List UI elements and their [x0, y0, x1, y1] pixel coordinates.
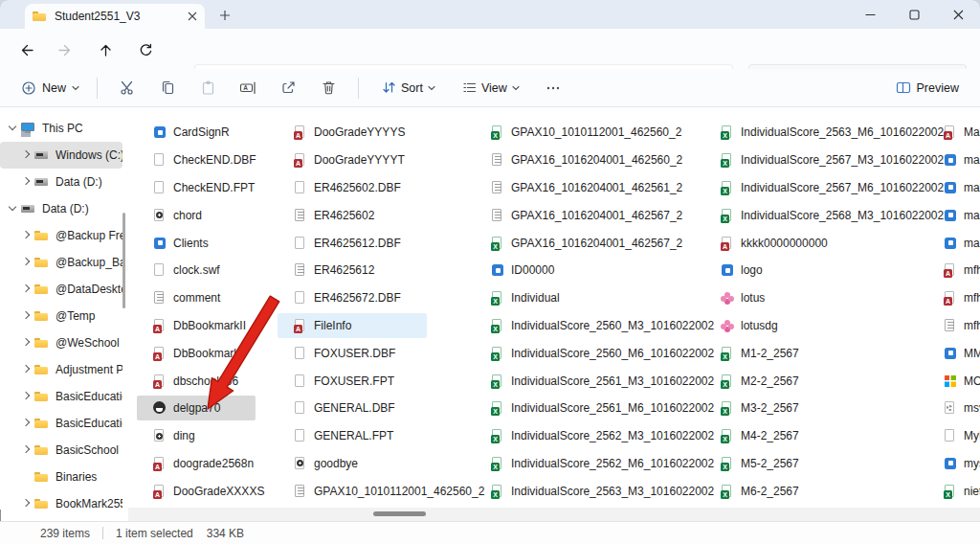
file-item[interactable]: FOXUSER.DBF — [278, 339, 407, 367]
delete-button[interactable] — [312, 73, 345, 103]
maximize-button[interactable] — [892, 0, 936, 29]
file-item[interactable]: DbBookmarkll — [137, 339, 256, 367]
file-item[interactable]: map00 — [927, 174, 980, 202]
file-item[interactable]: CheckEND.FPT — [137, 174, 266, 202]
file-item[interactable]: IndividualScore_2562_M3_1016022002 — [475, 422, 725, 450]
file-item[interactable]: mfhXX — [927, 312, 980, 340]
file-item[interactable]: IndividualScore_2563_M6_1016022002 — [704, 119, 955, 147]
sidebar-item[interactable]: Adjustment Pro — [0, 356, 122, 383]
file-item[interactable]: M3-2_2567 — [704, 395, 811, 422]
file-item[interactable]: lotusdg — [704, 312, 790, 340]
file-item[interactable]: M2-2_2567 — [704, 367, 811, 395]
forward-button[interactable] — [53, 37, 78, 62]
sidebar-item[interactable]: Data (D:) — [0, 169, 122, 195]
file-item[interactable]: M4-2_2567 — [704, 422, 811, 450]
file-item[interactable]: ER4625602.DBF — [278, 174, 412, 202]
view-button[interactable]: View — [455, 75, 527, 101]
file-item[interactable]: IndividualScore_2561_M3_1016022002 — [475, 367, 725, 395]
file-item[interactable]: IndividualScore_2561_M6_1016022002 — [475, 395, 725, 422]
sidebar-item[interactable]: Windows (C:) — [0, 142, 122, 169]
file-item[interactable]: MyRes — [927, 422, 980, 450]
new-button[interactable]: New — [13, 75, 87, 102]
file-item[interactable]: GPAX16_1016204001_462561_2 — [475, 174, 694, 202]
copy-button[interactable] — [151, 73, 184, 103]
sidebar-item[interactable]: @WeSchool — [0, 329, 122, 356]
tab-close-icon[interactable] — [188, 11, 197, 21]
file-item[interactable]: logo — [704, 257, 774, 284]
sidebar-item[interactable]: @Backup Fresh — [0, 222, 122, 249]
sidebar-item[interactable]: BookMark2551 — [0, 490, 122, 510]
up-button[interactable] — [93, 37, 118, 62]
file-item[interactable]: dbschool266 — [137, 367, 250, 395]
sidebar-item[interactable]: BasicEducation — [0, 383, 122, 410]
file-item[interactable]: MOVE — [927, 367, 980, 395]
file-item[interactable]: mfhXX — [927, 284, 980, 312]
file-item[interactable]: M5-2_2567 — [704, 450, 811, 478]
file-item[interactable]: chord — [137, 201, 213, 229]
file-item[interactable]: FOXUSER.FPT — [278, 367, 406, 395]
file-item[interactable]: map00 — [927, 147, 980, 174]
share-button[interactable] — [272, 73, 304, 103]
sidebar-item[interactable]: BasicSchool — [0, 437, 122, 464]
refresh-button[interactable] — [133, 37, 158, 62]
chevron-right-icon[interactable] — [22, 177, 30, 185]
file-item[interactable]: GPAX16_1016204001_462567_2 — [475, 201, 694, 229]
file-item[interactable]: M6-2_2567 — [704, 477, 811, 505]
file-item[interactable]: IndividualScore_2563_M3_1016022002 — [475, 477, 725, 505]
file-item[interactable]: GPAX16_1016204001_462567_2 — [475, 229, 694, 257]
file-item[interactable]: GENERAL.DBF — [278, 395, 407, 422]
chevron-right-icon[interactable] — [22, 365, 30, 373]
chevron-right-icon[interactable] — [22, 231, 30, 238]
sidebar-item[interactable]: @DataDesktop — [0, 276, 122, 303]
sidebar-item[interactable]: Data (D:) — [0, 195, 122, 222]
file-item[interactable]: delgpa70 — [137, 396, 256, 420]
new-tab-button[interactable] — [216, 7, 234, 24]
file-item[interactable]: nietst — [927, 477, 980, 505]
sidebar-item[interactable]: @Temp — [0, 303, 122, 329]
file-item[interactable]: IndividualScore_2560_M6_1016022002 — [475, 339, 725, 367]
file-item[interactable]: IndividualScore_2560_M3_1016022002 — [475, 312, 725, 340]
more-options-button[interactable] — [537, 73, 569, 103]
chevron-right-icon[interactable] — [22, 284, 30, 292]
chevron-down-icon[interactable] — [9, 123, 16, 130]
file-item[interactable]: mysch — [927, 450, 980, 478]
file-item[interactable]: MM00 — [927, 339, 980, 367]
chevron-right-icon[interactable] — [22, 258, 30, 265]
sidebar-item[interactable]: Binaries — [0, 464, 122, 490]
horizontal-scrollbar[interactable] — [128, 508, 980, 521]
file-item[interactable]: clock.swf — [137, 257, 232, 284]
file-item[interactable]: GENERAL.FPT — [278, 422, 405, 450]
chevron-right-icon[interactable] — [22, 445, 30, 453]
file-item[interactable]: msvcr — [927, 395, 980, 422]
file-item[interactable]: CardSignR — [137, 119, 241, 147]
chevron-right-icon[interactable] — [22, 419, 30, 426]
file-item[interactable]: map00 — [927, 229, 980, 257]
file-item[interactable]: DbBookmarkII — [137, 312, 257, 340]
file-item[interactable]: Macke — [927, 119, 980, 147]
file-item[interactable]: goodbye — [278, 450, 369, 478]
file-item[interactable]: CheckEND.DBF — [137, 147, 268, 174]
file-item[interactable]: Clients — [137, 229, 220, 257]
file-item[interactable]: FileInfo — [278, 313, 427, 338]
chevron-right-icon[interactable] — [22, 499, 30, 507]
file-item[interactable]: DooGradeYYYYS — [278, 119, 416, 147]
file-item[interactable]: ER4625612 — [278, 257, 386, 284]
file-item[interactable]: Individual — [475, 284, 571, 312]
back-button[interactable] — [13, 37, 38, 62]
chevron-right-icon[interactable] — [22, 150, 30, 158]
sidebar-scrollbar[interactable] — [122, 213, 125, 308]
preview-toggle[interactable]: Preview — [888, 75, 967, 101]
close-button[interactable] — [936, 0, 980, 29]
file-item[interactable]: M1-2_2567 — [704, 339, 811, 367]
file-item[interactable]: lotus — [704, 284, 776, 312]
file-item[interactable]: GPAX10_1010112001_462560_2 — [278, 477, 496, 505]
file-item[interactable]: IndividualScore_2567_M6_1016022002 — [704, 174, 955, 202]
file-item[interactable]: comment — [137, 284, 232, 312]
file-item[interactable]: ER4625612.DBF — [278, 229, 412, 257]
chevron-down-icon[interactable] — [9, 203, 16, 211]
file-item[interactable]: ER4625602 — [278, 201, 386, 229]
file-item[interactable]: ID00000 — [475, 257, 566, 284]
explorer-tab[interactable]: Student2551_V3 — [25, 4, 205, 29]
file-item[interactable]: IndividualScore_2562_M6_1016022002 — [475, 450, 725, 478]
chevron-right-icon[interactable] — [22, 311, 30, 319]
